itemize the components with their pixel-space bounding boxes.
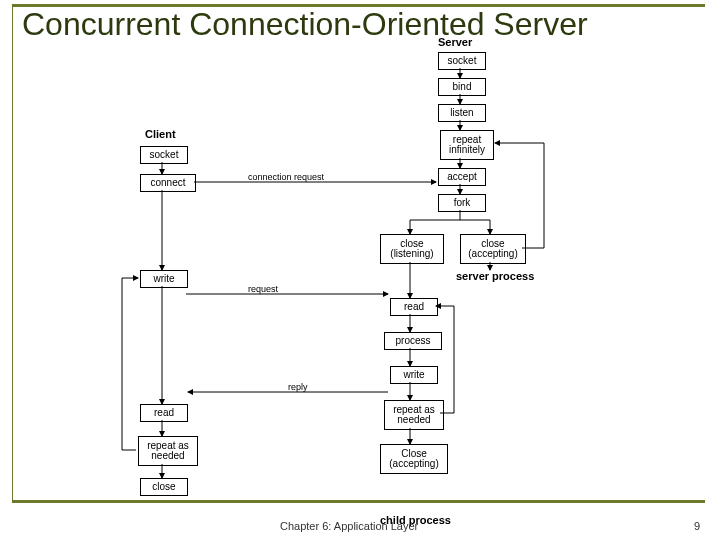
- label-reply: reply: [288, 382, 308, 392]
- label-request: request: [248, 284, 278, 294]
- box-srv-bind: bind: [438, 78, 486, 96]
- box-client-socket: socket: [140, 146, 188, 164]
- box-srv-socket: socket: [438, 52, 486, 70]
- box-srv-listen: listen: [438, 104, 486, 122]
- label-server-process: server process: [456, 270, 534, 282]
- box-client-read: read: [140, 404, 188, 422]
- box-close-accepting: close (accepting): [460, 234, 526, 264]
- title-underline: [12, 500, 705, 503]
- page-number: 9: [694, 520, 700, 532]
- footer-text: Chapter 6: Application Layer: [280, 520, 418, 532]
- box-cp-process: process: [384, 332, 442, 350]
- label-server: Server: [438, 36, 472, 48]
- box-close-listening: close (listening): [380, 234, 444, 264]
- label-connection-request: connection request: [248, 172, 324, 182]
- box-cp-read: read: [390, 298, 438, 316]
- box-client-connect: connect: [140, 174, 196, 192]
- box-srv-accept: accept: [438, 168, 486, 186]
- box-cp-repeat: repeat as needed: [384, 400, 444, 430]
- box-cp-write: write: [390, 366, 438, 384]
- box-cp-close-accepting: Close (accepting): [380, 444, 448, 474]
- box-client-repeat: repeat as needed: [138, 436, 198, 466]
- box-client-close: close: [140, 478, 188, 496]
- slide-title: Concurrent Connection-Oriented Server: [22, 8, 588, 40]
- box-client-write: write: [140, 270, 188, 288]
- box-srv-repeat-inf: repeat infinitely: [440, 130, 494, 160]
- label-client: Client: [145, 128, 176, 140]
- slide-frame: [12, 4, 705, 502]
- box-srv-fork: fork: [438, 194, 486, 212]
